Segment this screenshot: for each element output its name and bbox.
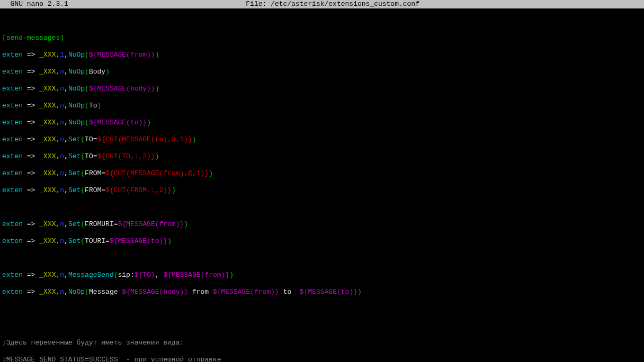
code-line: exten => _XXX,n,NoOp(Message ${MESSAGE(b… <box>2 288 642 296</box>
nano-version: GNU nano 2.3.1 <box>2 0 68 8</box>
code-line: exten => _XXX,n,NoOp(Body) <box>2 68 642 76</box>
code-line: exten => _XXX,n,Set(FROM=${CUT(MESSAGE(f… <box>2 169 642 178</box>
blank-line <box>2 305 642 313</box>
editor-content[interactable]: [send-messages] exten => _XXX,1,NoOp(${M… <box>0 8 644 362</box>
filename: File: /etc/asterisk/extensions_custom.co… <box>246 0 419 8</box>
blank-line <box>2 203 642 212</box>
blank-line <box>2 17 642 25</box>
code-line: exten => _XXX,n,MessageSend(sip:${TO}, $… <box>2 271 642 279</box>
code-line: exten => _XXX,n,Set(FROM=${CUT(FROM,:,2)… <box>2 186 642 195</box>
title-spacer-1 <box>68 0 246 8</box>
blank-line <box>2 322 642 330</box>
code-line: exten => _XXX,1,NoOp(${MESSAGE(from)}) <box>2 51 642 59</box>
code-line: exten => _XXX,n,Set(TOURI=${MESSAGE(to)}… <box>2 237 642 246</box>
comment-line: ;Здесь переменные будут иметь значения в… <box>2 339 642 347</box>
code-line: exten => _XXX,n,Set(TO=${CUT(MESSAGE(to)… <box>2 135 642 144</box>
code-line: exten => _XXX,n,NoOp(${MESSAGE(body)}) <box>2 85 642 93</box>
code-line: exten => _XXX,n,Set(TO=${CUT(TO,:,2)}) <box>2 152 642 161</box>
comment-line: ;MESSAGE_SEND_STATUS=SUCCESS - при успеш… <box>2 356 642 362</box>
code-line: exten => _XXX,n,NoOp(${MESSAGE(to)}) <box>2 119 642 127</box>
blank-line <box>2 254 642 263</box>
code-line: exten => _XXX,n,NoOp(To) <box>2 102 642 110</box>
context-send: [send-messages] <box>2 34 642 42</box>
nano-titlebar: GNU nano 2.3.1 File: /etc/asterisk/exten… <box>0 0 644 8</box>
code-line: exten => _XXX,n,Set(FROMURI=${MESSAGE(fr… <box>2 220 642 229</box>
